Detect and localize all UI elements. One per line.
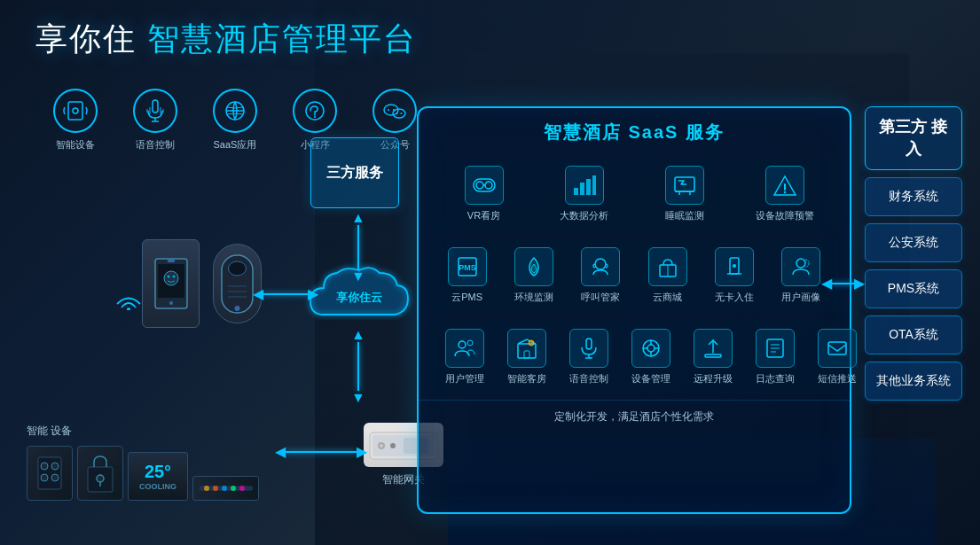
arrow-saas-thirdparty: ◀ ▶ — [821, 275, 865, 292]
smart-devices-section: 智能 设备 — [27, 424, 259, 501]
third-party-panel: 第三方 接入 财务系统 公安系统 PMS系统 OTA系统 其他业务系统 — [865, 106, 962, 401]
svg-point-70 — [595, 259, 606, 269]
portrait-label: 用户画像 — [781, 291, 820, 304]
saas-row2: PMS 云PMS 环境监测 — [429, 238, 839, 313]
svg-rect-0 — [68, 102, 82, 120]
devicemgmt-icon — [631, 329, 670, 368]
icon-smart-device: 智能设备 — [53, 89, 98, 152]
icon-voice-control: 语音控制 — [133, 89, 177, 152]
upgrade-icon — [694, 329, 733, 368]
device-images-row: 25° COOLING — [27, 446, 259, 501]
service-shop: 云商城 — [637, 247, 699, 304]
saas-panel: 智慧酒店 SaaS 服务 VR看房 — [417, 106, 851, 514]
voice2-icon — [569, 329, 608, 368]
svg-rect-91 — [705, 354, 721, 357]
title-sub: 智慧酒店管理平台 — [147, 20, 417, 57]
voice2-label: 语音控制 — [569, 372, 608, 385]
svg-point-35 — [41, 463, 48, 470]
service-vr: VR看房 — [453, 166, 515, 222]
svg-point-18 — [401, 113, 403, 114]
svg-point-44 — [213, 486, 218, 491]
pms-label: 云PMS — [451, 291, 482, 304]
vr-icon — [465, 166, 504, 205]
service-butler: 呼叫管家 — [569, 247, 631, 304]
svg-point-67 — [783, 191, 785, 193]
devicemgmt-label: 设备管理 — [631, 372, 670, 385]
saas-app-icon — [213, 89, 257, 133]
shop-label: 云商城 — [653, 291, 682, 304]
svg-point-27 — [172, 276, 175, 278]
voice-label: 语音控制 — [136, 138, 175, 152]
title-main: 享你住 — [35, 20, 137, 57]
sleep-label: 睡眠监测 — [665, 209, 704, 222]
butler-icon — [581, 247, 620, 286]
service-log: 日志查询 — [744, 329, 806, 385]
butler-label: 呼叫管家 — [581, 291, 620, 304]
svg-point-40 — [97, 475, 104, 482]
vr-label: VR看房 — [467, 209, 500, 222]
svg-point-17 — [396, 113, 398, 114]
ota-system: OTA系统 — [865, 315, 962, 354]
vert-arrow-sanfang-cloud: ▲ ▼ — [351, 211, 365, 284]
svg-point-29 — [229, 261, 247, 276]
saas-row1-items: VR看房 大数据分析 — [434, 166, 835, 222]
svg-text:PMS: PMS — [459, 263, 476, 272]
svg-point-20 — [127, 308, 130, 310]
smart-device-label: 智能设备 — [56, 138, 95, 152]
svg-rect-23 — [168, 260, 175, 262]
svg-point-26 — [167, 276, 169, 278]
svg-point-77 — [459, 341, 466, 348]
police-system: 公安系统 — [865, 223, 962, 262]
svg-point-24 — [169, 301, 173, 305]
svg-point-25 — [164, 271, 178, 285]
svg-point-36 — [51, 463, 59, 470]
svg-point-81 — [529, 340, 534, 346]
fault-label: 设备故障预警 — [756, 209, 814, 222]
svg-point-56 — [485, 182, 492, 189]
service-usermgmt: 用户管理 — [434, 329, 496, 385]
smartroom-icon — [507, 329, 546, 368]
svg-rect-96 — [828, 342, 846, 354]
saas-footer: 定制化开发，满足酒店个性化需求 — [419, 400, 850, 433]
saas-title: 智慧酒店 SaaS 服务 — [419, 108, 850, 157]
svg-rect-58 — [574, 188, 578, 195]
fault-icon — [765, 166, 804, 205]
svg-point-53 — [380, 444, 383, 448]
svg-rect-59 — [580, 183, 584, 195]
keyless-label: 无卡入住 — [715, 291, 754, 304]
sms-icon — [818, 329, 857, 368]
svg-point-16 — [393, 109, 395, 111]
arrow-gateway-cloud: ◀ ▶ — [275, 443, 367, 460]
service-devicemgmt: 设备管理 — [620, 329, 682, 385]
svg-point-37 — [41, 474, 48, 481]
svg-point-47 — [239, 486, 245, 491]
portrait-icon — [781, 247, 820, 286]
light-strip-device — [192, 476, 259, 501]
bigdata-label: 大数据分析 — [560, 209, 608, 222]
bigdata-icon — [565, 166, 604, 205]
pms-system: PMS系统 — [865, 269, 962, 308]
wifi-signal-icon — [115, 288, 142, 315]
svg-text:享你住云: 享你住云 — [336, 291, 382, 304]
env-label: 环境监测 — [514, 291, 553, 304]
wechat-icon — [372, 89, 417, 133]
svg-point-86 — [647, 345, 655, 352]
service-sleep: 睡眠监测 — [654, 166, 716, 222]
svg-point-15 — [388, 109, 389, 111]
service-env: 环境监测 — [503, 247, 565, 304]
shop-icon — [648, 247, 687, 286]
service-smartroom: 智能客房 — [496, 329, 558, 385]
svg-point-43 — [204, 486, 209, 491]
tablet-speaker-devices — [142, 239, 262, 328]
saas-row3-items: 用户管理 智能客房 — [434, 329, 835, 385]
sleep-icon — [665, 166, 704, 205]
thermostat-device: 25° COOLING — [128, 452, 188, 501]
icon-saas-app: SaaS应用 — [213, 89, 257, 152]
svg-point-55 — [476, 182, 483, 189]
saas-app-label: SaaS应用 — [214, 138, 257, 152]
svg-rect-61 — [592, 175, 596, 195]
svg-point-14 — [393, 109, 405, 118]
vert-arrow-cloud-gateway: ▲ ▼ — [351, 328, 365, 405]
service-pms: PMS 云PMS — [436, 247, 498, 304]
service-voice: 语音控制 — [558, 329, 620, 385]
